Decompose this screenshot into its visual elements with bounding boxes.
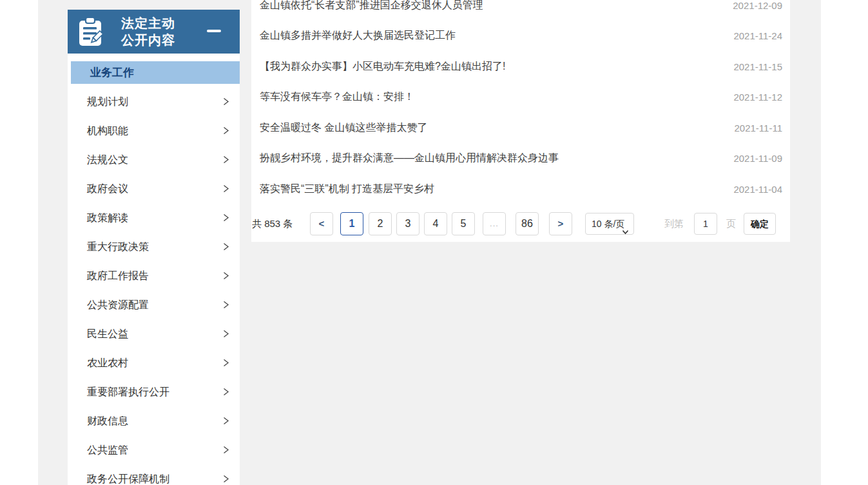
sidebar-item-label: 政府工作报告 [87,270,149,281]
confirm-button[interactable]: 确定 [744,213,776,235]
chevron-right-icon [222,126,230,135]
news-row: 金山镇依托“长者支部”推进国企移交退休人员管理 2021-12-09 [251,0,790,21]
next-page-button[interactable]: > [549,212,572,235]
news-title-link[interactable]: 安全温暖过冬 金山镇这些举措太赞了 [260,121,427,134]
chevron-right-icon [222,417,230,425]
pagination-total: 共 853 条 [252,212,293,235]
sidebar-item-label: 重大行政决策 [87,241,149,252]
news-date: 2021-11-24 [733,30,782,41]
sidebar-item[interactable]: 政府会议 [68,174,240,203]
sidebar-title-line1: 法定主动 [121,15,175,32]
sidebar-item-label: 政府会议 [87,183,128,194]
sidebar-header: 法定主动 公开内容 [68,10,240,54]
page-size-value: 10 条/页 [592,219,624,229]
news-title-link[interactable]: 金山镇依托“长者支部”推进国企移交退休人员管理 [260,0,483,12]
sidebar-item[interactable]: 公共资源配置 [68,290,240,319]
sidebar-item-label: 民生公益 [87,328,128,339]
sidebar: 法定主动 公开内容 业务工作 规划计划 机构职能 法规公文 政府会议 [68,10,240,485]
sidebar-item-label: 农业农村 [87,357,128,368]
sidebar-title-line2: 公开内容 [121,32,175,48]
news-date: 2021-11-09 [733,153,782,164]
sidebar-item-active[interactable]: 业务工作 [71,61,240,84]
sidebar-item[interactable]: 农业农村 [68,348,240,377]
news-title-link[interactable]: 金山镇多措并举做好人大换届选民登记工作 [260,29,456,43]
chevron-right-icon [222,243,230,251]
chevron-right-icon [222,184,230,193]
sidebar-item[interactable]: 重大行政决策 [68,232,240,261]
news-row: 落实警民“三联”机制 打造基层平安乡村 2021-11-04 [251,173,790,204]
page-ellipsis[interactable]: ... [483,212,506,235]
page-button-4[interactable]: 4 [424,212,447,235]
sidebar-item[interactable]: 机构职能 [68,116,240,145]
chevron-right-icon [222,97,230,106]
chevron-right-icon [222,301,230,309]
chevron-right-icon [222,330,230,338]
sidebar-item-label: 重要部署执行公开 [87,386,169,397]
sidebar-menu: 规划计划 机构职能 法规公文 政府会议 政策解读 重大行政决策 [68,87,240,485]
news-row: 【我为群众办实事】小区电动车充电难?金山镇出招了! 2021-11-15 [251,51,790,82]
pagination: 共 853 条 < 1 2 3 4 5 ... 86 > 10 条/页 到第 页… [251,212,790,235]
sidebar-item-label: 公共监管 [87,444,128,455]
page-button-3[interactable]: 3 [396,212,420,235]
chevron-right-icon [222,213,230,222]
sidebar-item-label: 财政信息 [87,415,128,426]
news-row: 扮靓乡村环境，提升群众满意——金山镇用心用情解决群众身边事 2021-11-09 [251,143,790,174]
sidebar-item-label: 政策解读 [87,212,128,223]
news-date: 2021-11-11 [734,122,782,133]
news-title-link[interactable]: 落实警民“三联”机制 打造基层平安乡村 [260,182,434,195]
news-title-link[interactable]: 等车没有候车亭？金山镇：安排！ [260,90,414,104]
sidebar-item-label: 规划计划 [87,96,128,107]
prev-page-button[interactable]: < [310,212,333,235]
news-row: 金山镇多措并举做好人大换届选民登记工作 2021-11-24 [251,21,790,52]
chevron-down-icon [622,221,629,242]
news-row: 安全温暖过冬 金山镇这些举措太赞了 2021-11-11 [251,112,790,143]
goto-page-suffix: 页 [726,212,736,235]
sidebar-item[interactable]: 财政信息 [68,406,240,435]
page-button-2[interactable]: 2 [369,212,392,235]
sidebar-item[interactable]: 政务公开保障机制 [68,464,240,485]
sidebar-item-label: 机构职能 [87,125,128,136]
chevron-right-icon [222,155,230,164]
sidebar-item-label: 公共资源配置 [87,299,149,310]
page-size-select[interactable]: 10 条/页 [585,213,634,235]
sidebar-item-label: 法规公文 [87,154,128,165]
page-button-5[interactable]: 5 [452,212,475,235]
page-button-1[interactable]: 1 [340,212,363,235]
clipboard-pencil-icon [77,16,105,47]
sidebar-item-label: 政务公开保障机制 [87,473,169,484]
goto-page-prefix: 到第 [664,212,684,235]
news-date: 2021-12-09 [733,0,782,10]
sidebar-title: 法定主动 公开内容 [121,15,175,48]
chevron-right-icon [222,388,230,396]
chevron-right-icon [222,359,230,367]
sidebar-item[interactable]: 公共监管 [68,435,240,464]
sidebar-item[interactable]: 政策解读 [68,203,240,232]
sidebar-item[interactable]: 政府工作报告 [68,261,240,290]
sidebar-item[interactable]: 法规公文 [68,145,240,174]
sidebar-item[interactable]: 民生公益 [68,319,240,348]
page: 法定主动 公开内容 业务工作 规划计划 机构职能 法规公文 政府会议 [0,0,868,485]
goto-page-input[interactable] [694,213,717,235]
page-button-86[interactable]: 86 [516,212,539,235]
minus-icon[interactable] [207,30,221,32]
sidebar-item[interactable]: 重要部署执行公开 [68,377,240,406]
chevron-right-icon [222,475,230,483]
news-date: 2021-11-04 [733,183,782,194]
chevron-right-icon [222,446,230,454]
sidebar-item[interactable]: 规划计划 [68,87,240,116]
news-title-link[interactable]: 【我为群众办实事】小区电动车充电难?金山镇出招了! [260,59,505,73]
news-row: 等车没有候车亭？金山镇：安排！ 2021-11-12 [251,82,790,113]
news-date: 2021-11-12 [733,92,782,103]
news-date: 2021-11-15 [733,61,782,72]
news-title-link[interactable]: 扮靓乡村环境，提升群众满意——金山镇用心用情解决群众身边事 [260,152,559,165]
chevron-right-icon [222,272,230,280]
news-list-panel: 金山镇依托“长者支部”推进国企移交退休人员管理 2021-12-09 金山镇多措… [251,0,790,242]
